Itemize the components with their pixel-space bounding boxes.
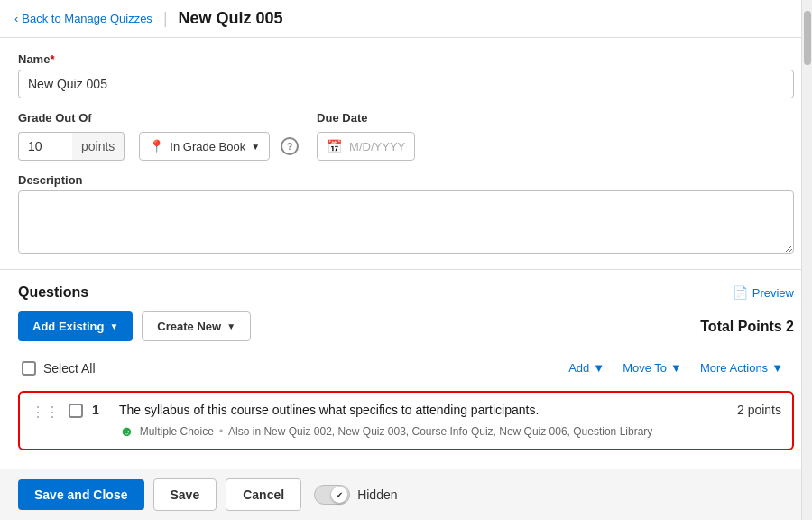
question-content: The syllabus of this course outlines wha… [119, 402, 728, 440]
toggle-knob: ✔ [331, 487, 347, 503]
grade-input[interactable] [18, 132, 72, 161]
questions-title: Questions [18, 284, 88, 301]
grade-field-group: Grade Out Of points 📍 In Grade Book ▼ ? [18, 111, 299, 161]
save-and-close-button[interactable]: Save and Close [18, 479, 144, 510]
back-link-label: Back to Manage Quizzes [22, 12, 152, 25]
header-divider: | [163, 9, 168, 28]
name-field-group: Name* [18, 52, 794, 98]
select-all-row: Select All Add ▼ Move To ▼ More Actions … [18, 352, 794, 384]
move-to-chevron-icon: ▼ [670, 361, 682, 375]
calendar-icon: 📅 [327, 139, 342, 153]
preview-icon: 📄 [733, 285, 748, 300]
grade-input-row: points [18, 132, 125, 161]
add-existing-chevron-icon: ▼ [109, 321, 118, 331]
question-checkbox[interactable] [69, 404, 83, 418]
location-icon: 📍 [149, 139, 164, 153]
scrollbar-thumb[interactable] [804, 11, 811, 65]
question-text: The syllabus of this course outlines wha… [119, 402, 728, 420]
name-input[interactable] [18, 70, 794, 98]
description-label: Description [18, 173, 794, 187]
question-number: 1 [92, 402, 110, 417]
question-item: ⋮⋮ 1 The syllabus of this course outline… [18, 391, 794, 450]
grade-label: Grade Out Of [18, 111, 299, 125]
main-content: Name* Grade Out Of points 📍 In Grade Boo… [0, 38, 812, 464]
questions-header: Questions 📄 Preview [18, 275, 794, 301]
chevron-down-icon: ▼ [251, 142, 260, 152]
footer: Save and Close Save Cancel ✔ Hidden [0, 469, 812, 520]
preview-label: Preview [752, 286, 794, 300]
page-title: New Quiz 005 [179, 9, 283, 28]
points-label: points [72, 132, 125, 161]
hidden-toggle[interactable]: ✔ [314, 485, 350, 505]
more-actions-label: More Actions [700, 361, 768, 375]
hidden-toggle-wrapper: ✔ Hidden [314, 485, 397, 505]
create-new-chevron-icon: ▼ [226, 321, 235, 331]
create-new-label: Create New [157, 320, 221, 333]
question-also-in: Also in New Quiz 002, New Quiz 003, Cour… [228, 425, 652, 438]
shared-icon: ☻ [119, 423, 134, 440]
select-all-checkbox[interactable] [22, 361, 36, 376]
grade-due-row: Grade Out Of points 📍 In Grade Book ▼ ? … [18, 111, 794, 161]
add-button[interactable]: Add ▼ [561, 358, 612, 378]
question-type: Multiple Choice [140, 425, 214, 438]
grade-book-button[interactable]: 📍 In Grade Book ▼ [139, 132, 270, 161]
back-link[interactable]: ‹ Back to Manage Quizzes [14, 12, 152, 25]
move-to-button[interactable]: Move To ▼ [615, 358, 689, 378]
drag-handle-icon[interactable]: ⋮⋮ [31, 402, 60, 421]
add-label: Add [568, 361, 589, 375]
select-all-right: Add ▼ Move To ▼ More Actions ▼ [561, 358, 790, 378]
select-all-label: Select All [43, 361, 96, 376]
add-existing-button[interactable]: Add Existing ▼ [18, 311, 133, 341]
preview-button[interactable]: 📄 Preview [733, 285, 794, 300]
action-bar-left: Add Existing ▼ Create New ▼ [18, 311, 251, 341]
select-all-left: Select All [22, 361, 96, 376]
due-date-label: Due Date [317, 111, 415, 125]
create-new-button[interactable]: Create New ▼ [142, 311, 251, 341]
add-chevron-icon: ▼ [593, 361, 604, 375]
scrollbar-track [801, 0, 812, 520]
meta-dot: • [219, 425, 223, 438]
hidden-label: Hidden [357, 488, 397, 502]
due-date-field-group: Due Date 📅 M/D/YYYY [317, 111, 415, 161]
due-date-input[interactable]: 📅 M/D/YYYY [317, 132, 415, 161]
more-actions-chevron-icon: ▼ [771, 361, 783, 375]
section-divider [0, 269, 812, 270]
description-field-group: Description [18, 173, 794, 256]
help-icon[interactable]: ? [281, 137, 299, 155]
total-points: Total Points 2 [700, 319, 794, 335]
question-meta: ☻ Multiple Choice • Also in New Quiz 002… [119, 423, 728, 440]
name-label: Name* [18, 52, 794, 66]
grade-book-label: In Grade Book [170, 140, 245, 153]
question-points: 2 points [737, 402, 781, 417]
save-button[interactable]: Save [153, 478, 217, 511]
more-actions-button[interactable]: More Actions ▼ [693, 358, 790, 378]
description-textarea[interactable] [18, 190, 794, 254]
add-existing-label: Add Existing [32, 320, 104, 333]
date-placeholder: M/D/YYYY [349, 140, 405, 153]
chevron-left-icon: ‹ [14, 12, 18, 25]
move-to-label: Move To [623, 361, 667, 375]
cancel-button[interactable]: Cancel [226, 478, 301, 511]
page-header: ‹ Back to Manage Quizzes | New Quiz 005 [0, 0, 812, 38]
action-bar: Add Existing ▼ Create New ▼ Total Points… [18, 311, 794, 341]
